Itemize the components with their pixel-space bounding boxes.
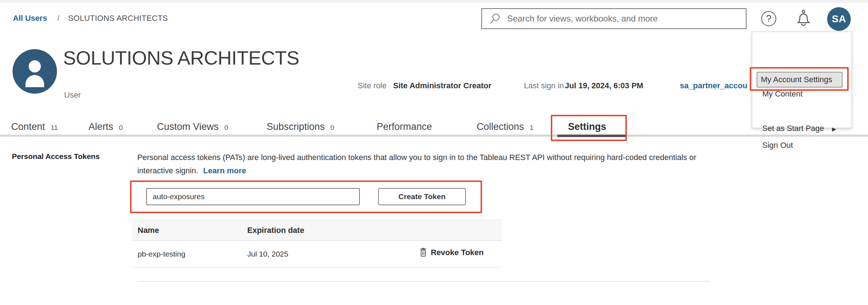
tab-count: 11 xyxy=(51,124,58,132)
tab-subscriptions[interactable]: Subscriptions 0 xyxy=(267,121,334,132)
tab-count: 0 xyxy=(330,124,334,132)
column-header-expiration: Expiration date xyxy=(247,226,304,235)
page-title: SOLUTIONS ARCHITECTS xyxy=(63,47,299,69)
tab-content[interactable]: Content 11 xyxy=(11,121,58,132)
tab-alerts[interactable]: Alerts 0 xyxy=(89,121,123,132)
pat-section-label: Personal Access Tokens xyxy=(12,152,100,161)
breadcrumb-all-users-link[interactable]: All Users xyxy=(13,14,47,23)
token-expiration-cell: Jul 10, 2025 xyxy=(247,250,288,258)
column-header-name: Name xyxy=(138,226,159,235)
tab-label: Subscriptions xyxy=(267,121,325,132)
search-icon xyxy=(489,13,501,25)
user-avatar-button[interactable]: SA xyxy=(827,7,851,31)
last-signin-value: Jul 19, 2024, 6:03 PM xyxy=(565,81,643,90)
tab-custom-views[interactable]: Custom Views 0 xyxy=(157,121,228,132)
revoke-token-button[interactable]: Revoke Token xyxy=(419,248,484,257)
tab-collections[interactable]: Collections 1 xyxy=(477,121,534,132)
profile-avatar xyxy=(13,49,57,94)
token-table-row: pb-exp-testing Jul 10, 2025 Revoke Token xyxy=(132,241,502,268)
last-signin-label: Last sign in xyxy=(524,81,564,90)
breadcrumb-current: SOLUTIONS ARCHITECTS xyxy=(68,14,168,23)
site-role-value: Site Administrator Creator xyxy=(393,81,491,90)
top-strip xyxy=(0,0,868,3)
tab-count: 1 xyxy=(530,124,534,132)
tab-label: Performance xyxy=(377,121,432,132)
tab-label: Collections xyxy=(477,121,524,132)
search-input[interactable] xyxy=(506,13,746,24)
menu-item-label: My Account Settings xyxy=(761,75,832,84)
create-token-button[interactable]: Create Token xyxy=(378,188,466,205)
menu-item-set-as-start-page[interactable]: Set as Start Page▶ xyxy=(762,123,836,134)
menu-item-my-content[interactable]: My Content xyxy=(762,89,803,99)
token-table-header: Name Expiration date xyxy=(132,220,502,241)
active-tab-underline xyxy=(557,135,626,137)
notifications-bell-icon[interactable] xyxy=(795,9,812,28)
tab-count: 0 xyxy=(224,124,228,132)
menu-item-my-account-settings[interactable]: My Account Settings xyxy=(757,72,843,88)
profile-type-label: User xyxy=(64,90,81,100)
person-icon xyxy=(13,49,57,94)
tab-label: Content xyxy=(11,121,45,132)
search-box[interactable] xyxy=(481,8,747,29)
token-name-input[interactable] xyxy=(146,188,360,205)
account-username-link[interactable]: sa_partner_accou xyxy=(680,81,747,90)
user-dropdown-menu: Personal Space My Content My Account Set… xyxy=(752,32,852,128)
tab-label: Custom Views xyxy=(157,121,219,132)
tab-label: Alerts xyxy=(89,121,113,132)
token-name-cell: pb-exp-testing xyxy=(138,250,185,258)
pat-description: Personal access tokens (PATs) are long-l… xyxy=(137,151,707,177)
tab-count: 0 xyxy=(119,124,123,132)
submenu-arrow-icon: ▶ xyxy=(832,126,836,132)
site-role-label: Site role xyxy=(358,81,387,90)
tab-label: Settings xyxy=(568,121,606,132)
tab-performance[interactable]: Performance xyxy=(377,121,432,132)
help-icon[interactable]: ? xyxy=(760,10,777,27)
trash-icon xyxy=(419,248,427,257)
section-divider xyxy=(137,281,710,282)
tableau-user-settings-page: All Users / SOLUTIONS ARCHITECTS ? SA SO… xyxy=(0,0,868,305)
menu-item-sign-out[interactable]: Sign Out xyxy=(762,140,793,151)
revoke-token-label: Revoke Token xyxy=(431,248,484,257)
menu-item-label: Set as Start Page xyxy=(762,124,824,133)
tab-track xyxy=(0,135,868,137)
learn-more-link[interactable]: Learn more xyxy=(203,166,246,175)
tab-settings[interactable]: Settings xyxy=(568,121,606,132)
breadcrumb-separator: / xyxy=(57,14,59,23)
svg-text:?: ? xyxy=(766,13,771,24)
